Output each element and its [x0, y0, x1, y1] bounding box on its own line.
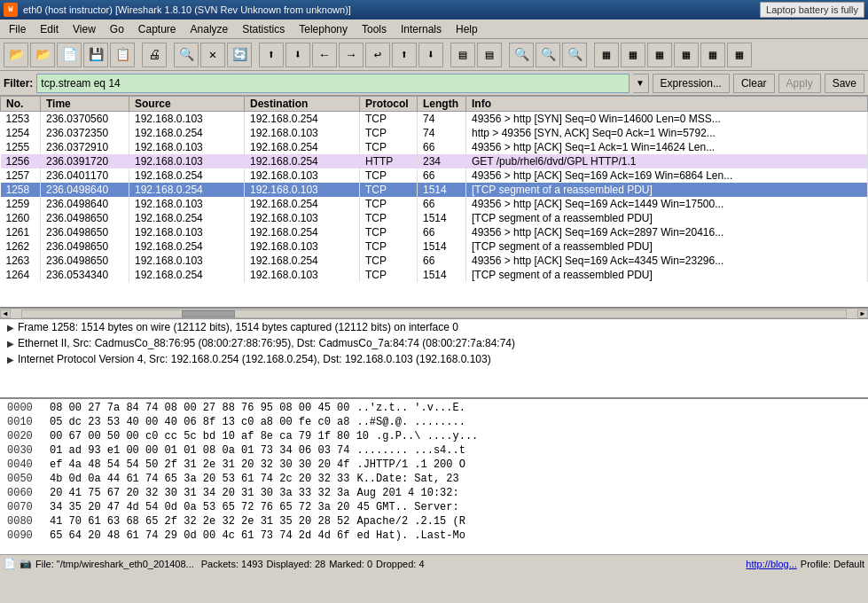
cell-protocol: TCP — [360, 183, 418, 197]
table-row[interactable]: 1258236.0498640192.168.0.254192.168.0.10… — [1, 183, 868, 197]
cell-protocol: HTTP — [360, 154, 418, 168]
new-capture-icon[interactable]: 📂 — [4, 43, 28, 67]
reload-icon[interactable]: 🔄 — [227, 43, 252, 67]
status-dropped: Dropped: 4 — [376, 559, 424, 569]
detail-row[interactable]: ▶Internet Protocol Version 4, Src: 192.1… — [0, 351, 868, 367]
menu-item-edit[interactable]: Edit — [33, 21, 66, 37]
expand-arrow[interactable]: ▶ — [7, 339, 14, 348]
prefs-icon[interactable]: ▦ — [700, 43, 725, 67]
zoom-out-icon[interactable]: 🔍 — [536, 43, 560, 67]
detail-text: Internet Protocol Version 4, Src: 192.16… — [18, 353, 491, 365]
menu-item-statistics[interactable]: Statistics — [235, 21, 292, 37]
scroll-top-icon[interactable]: ⬆ — [392, 43, 417, 67]
table-row[interactable]: 1262236.0498650192.168.0.254192.168.0.10… — [1, 239, 868, 254]
save-icon[interactable]: 💾 — [83, 43, 108, 67]
cell-info: [TCP segment of a reassembled PDU] — [466, 183, 868, 197]
status-link[interactable]: http://blog... — [746, 559, 796, 569]
layout-icon[interactable]: ▦ — [621, 43, 645, 67]
menu-item-analyze[interactable]: Analyze — [184, 21, 236, 37]
col-header-info[interactable]: Info — [466, 97, 868, 112]
table-row[interactable]: 1264236.0534340192.168.0.254192.168.0.10… — [1, 268, 868, 282]
table-row[interactable]: 1256236.0391720192.168.0.103192.168.0.25… — [1, 154, 868, 168]
zoom-in-icon[interactable]: 🔍 — [509, 43, 534, 67]
save-button[interactable]: Save — [825, 74, 864, 93]
table-row[interactable]: 1263236.0498650192.168.0.103192.168.0.25… — [1, 254, 868, 268]
color-icon[interactable]: ▦ — [674, 43, 699, 67]
col-header-time[interactable]: Time — [41, 97, 129, 112]
horizontal-scrollbar[interactable]: ◀ ▶ — [0, 309, 868, 319]
menu-item-capture[interactable]: Capture — [131, 21, 184, 37]
go-first-icon[interactable]: ⬆ — [259, 43, 284, 67]
cell-destination: 192.168.0.103 — [245, 211, 360, 225]
col-header-no[interactable]: No. — [1, 97, 41, 112]
scroll-track[interactable] — [21, 309, 847, 318]
close-icon[interactable]: 📄 — [57, 43, 82, 67]
hex-bytes: ef 4a 48 54 54 50 2f 31 2e 31 20 32 30 3… — [50, 458, 349, 472]
scroll-bottom-icon[interactable]: ⬇ — [418, 43, 443, 67]
open-file-icon[interactable]: 📂 — [30, 43, 55, 67]
detail-row[interactable]: ▶Ethernet II, Src: CadmusCo_88:76:95 (08… — [0, 335, 868, 351]
marks-icon[interactable]: ▦ — [647, 43, 672, 67]
save-as-icon[interactable]: 📋 — [110, 43, 135, 67]
zoom-normal-icon[interactable]: 🔍 — [562, 43, 587, 67]
cell-protocol: TCP — [360, 254, 418, 268]
cell-no: 1264 — [1, 268, 41, 282]
scroll-thumb[interactable] — [182, 310, 235, 317]
col-header-protocol[interactable]: Protocol — [360, 97, 418, 112]
cell-no: 1260 — [1, 211, 41, 225]
col-header-length[interactable]: Length — [418, 97, 466, 112]
hex-ascii: Apache/2 .2.15 (R — [356, 514, 465, 529]
cell-info: GET /pub/rhel6/dvd/GPL HTTP/1.1 — [466, 154, 868, 168]
table-row[interactable]: 1254236.0372350192.168.0.254192.168.0.10… — [1, 126, 868, 140]
help-icon[interactable]: ▦ — [727, 43, 752, 67]
detail-row[interactable]: ▶Frame 1258: 1514 bytes on wire (12112 b… — [0, 319, 868, 335]
table-row[interactable]: 1261236.0498650192.168.0.103192.168.0.25… — [1, 225, 868, 239]
next-icon[interactable]: → — [339, 43, 364, 67]
table-row[interactable]: 1255236.0372910192.168.0.103192.168.0.25… — [1, 140, 868, 154]
expression-button[interactable]: Expression... — [653, 74, 730, 93]
table-row[interactable]: 1259236.0498640192.168.0.103192.168.0.25… — [1, 197, 868, 211]
col-header-source[interactable]: Source — [129, 97, 245, 112]
toolbar-separator — [254, 43, 257, 67]
clear-button[interactable]: Clear — [733, 74, 775, 93]
menu-item-view[interactable]: View — [66, 21, 103, 37]
hex-ascii: K..Date: Sat, 23 — [356, 472, 458, 486]
menu-item-telephony[interactable]: Telephony — [292, 21, 355, 37]
hex-row: 002000 67 00 50 00 c0 cc 5c bd 10 af 8e … — [7, 429, 861, 443]
prev-icon[interactable]: ← — [312, 43, 337, 67]
cell-no: 1257 — [1, 168, 41, 183]
columns-icon[interactable]: ▦ — [594, 43, 619, 67]
menu-item-file[interactable]: File — [2, 21, 33, 37]
apply-button[interactable]: Apply — [778, 74, 821, 93]
toolbar: 📂📂📄💾📋🖨🔍✕🔄⬆⬇←→↩⬆⬇▤▤🔍🔍🔍▦▦▦▦▦▦ — [0, 39, 868, 71]
print-icon[interactable]: 🖨 — [142, 43, 167, 67]
hex-row: 009065 64 20 48 61 74 29 0d 00 4c 61 73 … — [7, 529, 861, 543]
cell-protocol: TCP — [360, 211, 418, 225]
table-row[interactable]: 1253236.0370560192.168.0.103192.168.0.25… — [1, 112, 868, 127]
stop-icon[interactable]: ✕ — [200, 43, 225, 67]
menu-item-go[interactable]: Go — [103, 21, 131, 37]
menu-item-help[interactable]: Help — [449, 21, 485, 37]
undo-icon[interactable]: ↩ — [365, 43, 390, 67]
menu-bar: FileEditViewGoCaptureAnalyzeStatisticsTe… — [0, 20, 868, 39]
filter-input[interactable] — [36, 74, 629, 93]
col-header-destination[interactable]: Destination — [245, 97, 360, 112]
cell-no: 1255 — [1, 140, 41, 154]
expand-arrow[interactable]: ▶ — [7, 355, 14, 364]
expand-arrow[interactable]: ▶ — [7, 323, 14, 333]
table-row[interactable]: 1257236.0401170192.168.0.254192.168.0.10… — [1, 168, 868, 183]
find-icon[interactable]: 🔍 — [174, 43, 199, 67]
filter-dropdown[interactable]: ▼ — [633, 74, 649, 93]
go-last-icon[interactable]: ⬇ — [285, 43, 310, 67]
detail-text: Frame 1258: 1514 bytes on wire (12112 bi… — [18, 321, 458, 333]
cell-destination: 192.168.0.254 — [245, 254, 360, 268]
toolbar-separator — [504, 43, 507, 67]
packet-detail-icon[interactable]: ▤ — [477, 43, 502, 67]
packet-list-icon[interactable]: ▤ — [450, 43, 475, 67]
menu-item-tools[interactable]: Tools — [355, 21, 394, 37]
cell-info: 49356 > http [ACK] Seq=169 Ack=4345 Win=… — [466, 254, 868, 268]
menu-item-internals[interactable]: Internals — [394, 21, 449, 37]
hex-ascii: ..'z.t.. '.v...E. — [356, 401, 465, 415]
table-row[interactable]: 1260236.0498650192.168.0.254192.168.0.10… — [1, 211, 868, 225]
column-headers: No.TimeSourceDestinationProtocolLengthIn… — [1, 97, 868, 112]
